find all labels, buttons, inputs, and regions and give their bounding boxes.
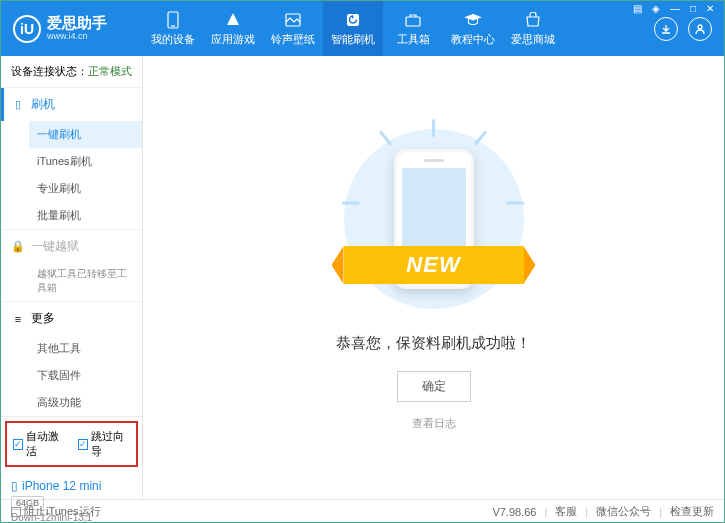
sidebar-item-oneclick-flash[interactable]: 一键刷机 <box>29 121 142 148</box>
logo[interactable]: iU 爱思助手 www.i4.cn <box>1 15 143 43</box>
apps-icon <box>224 11 242 29</box>
sidebar-item-itunes-flash[interactable]: iTunes刷机 <box>29 148 142 175</box>
sidebar: 设备连接状态：正常模式 ▯ 刷机 一键刷机 iTunes刷机 专业刷机 批量刷机… <box>1 56 143 499</box>
svg-rect-4 <box>406 17 420 26</box>
header: iU 爱思助手 www.i4.cn 我的设备 应用游戏 铃声壁纸 智能刷机 工具… <box>1 1 724 56</box>
device-name: iPhone 12 mini <box>22 479 101 493</box>
close-icon[interactable]: ✕ <box>704 3 716 14</box>
tab-label: 铃声壁纸 <box>271 32 315 47</box>
lock-icon: 🔒 <box>11 240 25 254</box>
checkbox-icon: ✓ <box>78 439 88 450</box>
connection-status: 设备连接状态：正常模式 <box>1 56 142 88</box>
success-message: 恭喜您，保资料刷机成功啦！ <box>336 334 531 353</box>
sidebar-item-pro-flash[interactable]: 专业刷机 <box>29 175 142 202</box>
confirm-button[interactable]: 确定 <box>397 371 471 402</box>
tab-my-device[interactable]: 我的设备 <box>143 1 203 56</box>
check-update-link[interactable]: 检查更新 <box>670 504 714 519</box>
sidebar-item-download-firmware[interactable]: 下载固件 <box>29 362 142 389</box>
checkbox-icon: ✓ <box>13 439 23 450</box>
tab-store[interactable]: 爱思商城 <box>503 1 563 56</box>
wechat-link[interactable]: 微信公众号 <box>596 504 651 519</box>
minimize-icon[interactable]: — <box>668 3 682 14</box>
tab-flash[interactable]: 智能刷机 <box>323 1 383 56</box>
tab-toolbox[interactable]: 工具箱 <box>383 1 443 56</box>
checkbox-icon <box>11 507 21 517</box>
version-label: V7.98.66 <box>492 506 536 518</box>
sidebar-header-jailbreak[interactable]: 🔒 一键越狱 <box>1 230 142 263</box>
download-button[interactable] <box>654 17 678 41</box>
success-illustration: NEW <box>334 124 534 314</box>
customer-service-link[interactable]: 客服 <box>555 504 577 519</box>
tab-tutorials[interactable]: 教程中心 <box>443 1 503 56</box>
tab-label: 工具箱 <box>397 32 430 47</box>
checkbox-auto-activate[interactable]: ✓ 自动激活 <box>13 429 66 459</box>
logo-icon: iU <box>13 15 41 43</box>
tab-apps[interactable]: 应用游戏 <box>203 1 263 56</box>
device-phone-icon: ▯ <box>11 479 18 493</box>
toolbox-icon <box>404 11 422 29</box>
new-banner: NEW <box>344 246 524 284</box>
tab-label: 智能刷机 <box>331 32 375 47</box>
svg-point-5 <box>698 25 702 29</box>
skin-icon[interactable]: ◈ <box>650 3 662 14</box>
tab-label: 应用游戏 <box>211 32 255 47</box>
wallpaper-icon <box>284 11 302 29</box>
brand-url: www.i4.cn <box>47 32 107 42</box>
sidebar-header-flash[interactable]: ▯ 刷机 <box>1 88 142 121</box>
more-icon: ≡ <box>11 312 25 326</box>
phone-icon <box>164 11 182 29</box>
sidebar-header-more[interactable]: ≡ 更多 <box>1 302 142 335</box>
user-button[interactable] <box>688 17 712 41</box>
tab-label: 教程中心 <box>451 32 495 47</box>
sidebar-item-batch-flash[interactable]: 批量刷机 <box>29 202 142 229</box>
flash-icon <box>344 11 362 29</box>
tab-ringtones[interactable]: 铃声壁纸 <box>263 1 323 56</box>
tutorial-icon <box>464 11 482 29</box>
options-highlight-box: ✓ 自动激活 ✓ 跳过向导 <box>5 421 138 467</box>
settings-menu-icon[interactable]: ▤ <box>631 3 644 14</box>
tab-label: 我的设备 <box>151 32 195 47</box>
store-icon <box>524 11 542 29</box>
sidebar-item-other-tools[interactable]: 其他工具 <box>29 335 142 362</box>
sidebar-item-advanced[interactable]: 高级功能 <box>29 389 142 416</box>
brand-title: 爱思助手 <box>47 15 107 32</box>
maximize-icon[interactable]: □ <box>688 3 698 14</box>
checkbox-block-itunes[interactable]: 阻止iTunes运行 <box>11 504 101 519</box>
tab-label: 爱思商城 <box>511 32 555 47</box>
checkbox-skip-setup[interactable]: ✓ 跳过向导 <box>78 429 131 459</box>
main-content: NEW 恭喜您，保资料刷机成功啦！ 确定 查看日志 <box>143 56 724 499</box>
phone-small-icon: ▯ <box>11 98 25 112</box>
jailbreak-note: 越狱工具已转移至工具箱 <box>29 263 142 301</box>
view-log-link[interactable]: 查看日志 <box>412 416 456 431</box>
